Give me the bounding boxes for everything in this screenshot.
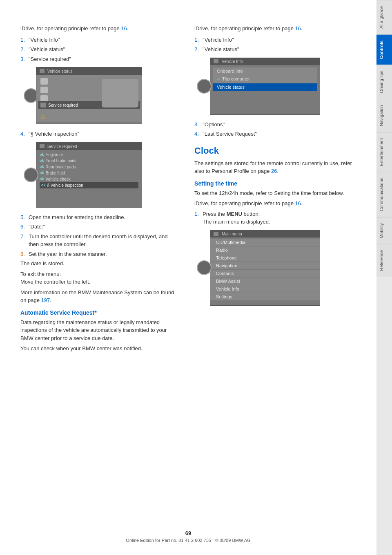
- srv-item-2: ok Rear brake pads: [40, 164, 138, 170]
- sidebar-tab-controls[interactable]: Controls: [376, 34, 392, 65]
- battery-icon: [40, 78, 48, 85]
- engine-icon: [40, 87, 48, 93]
- right-text-2: "Vehicle status": [203, 45, 239, 54]
- footer-text: Online Edition for Part no. 01 41 2 602 …: [126, 538, 250, 543]
- page-number: 69: [0, 530, 376, 536]
- right-intro-ref[interactable]: 16: [295, 25, 301, 31]
- mm-item-5: BMW Assist: [210, 278, 320, 285]
- service-items-list: ok Engine oil ok Front brake pads ok Rea…: [36, 150, 142, 190]
- sidebar-tab-driving-tips[interactable]: Driving tips: [376, 65, 392, 98]
- right-step-text-1: Press the MENU button.The main menu is d…: [203, 210, 270, 226]
- controller-icon-3: [197, 79, 212, 94]
- sidebar-tab-at-a-glance[interactable]: At a glance: [376, 0, 392, 34]
- item-num-8: 8.: [20, 250, 29, 258]
- item-num-3: 3.: [20, 55, 29, 63]
- right-text-3: "Options": [203, 121, 225, 129]
- controller-icon-4: [197, 260, 212, 275]
- right-text-4: "Last Service Request": [203, 130, 257, 138]
- srv-item-0: ok Engine oil: [40, 152, 138, 158]
- left-intro-ref[interactable]: 16: [121, 25, 127, 31]
- vi-screen-header: Vehicle Info: [210, 58, 320, 65]
- mm-item-1: Radio: [210, 246, 320, 254]
- automatic-service-text: Data regarding the maintenance status or…: [20, 318, 178, 342]
- warning-icon: ⚠: [40, 113, 46, 120]
- left-intro: iDrive, for operating principle refer to…: [20, 25, 178, 33]
- item-num-1: 1.: [20, 36, 29, 44]
- setting-time-heading: Setting the time: [194, 180, 360, 187]
- car-image: [102, 79, 138, 107]
- left-item-7: 7. Turn the controller until the desired…: [20, 233, 178, 248]
- sidebar-tab-navigation[interactable]: Navigation: [376, 99, 392, 132]
- setting-time-ref[interactable]: 16: [295, 200, 301, 206]
- mm-item-6: Vehicle Info: [210, 285, 320, 293]
- right-num-2: 2.: [194, 45, 203, 54]
- vs-screen-header: Vehicle status: [36, 67, 142, 75]
- item-text-6: "Date:": [29, 223, 45, 231]
- vi-items-list: Onboard info ✓ Trip computer Vehicle sta…: [210, 65, 320, 94]
- item-text-3: "Service required": [29, 55, 71, 63]
- item-num-2: 2.: [20, 45, 29, 54]
- date-stored-text: The date is stored.: [20, 260, 178, 268]
- item-text-5: Open the menu for entering the deadline.: [29, 213, 125, 222]
- clock-description: The settings are stored for the remote c…: [194, 159, 360, 175]
- vehicle-status-screen: Vehicle status Service required: [29, 67, 178, 124]
- sidebar-tab-mobility[interactable]: Mobility: [376, 217, 392, 244]
- service-icon: [40, 103, 46, 107]
- mm-screen-header: Main menu: [210, 231, 320, 237]
- left-column: iDrive, for operating principle refer to…: [20, 25, 190, 530]
- left-item-4: 4. "§ Vehicle inspection": [20, 130, 178, 138]
- maintenance-ref[interactable]: 197: [41, 297, 50, 303]
- srv-item-5: ok § Vehicle inspection: [40, 182, 138, 188]
- right-text-1: "Vehicle Info": [203, 36, 234, 44]
- item-num-5: 5.: [20, 213, 29, 222]
- service-screen: Service required ok Engine oil ok Front …: [29, 142, 178, 208]
- setting-time-intro: iDrive, for operating principle refer to…: [194, 199, 360, 208]
- item-text-8: Set the year in the same manner.: [29, 250, 107, 258]
- vi-item-0: Onboard info: [213, 67, 317, 75]
- clock-heading: Clock: [194, 145, 360, 156]
- right-num-3: 3.: [194, 121, 203, 129]
- right-item-3: 3. "Options": [194, 121, 360, 129]
- left-item-3: 3. "Service required": [20, 55, 178, 63]
- footer: 69 Online Edition for Part no. 01 41 2 6…: [0, 530, 376, 543]
- item-num-4: 4.: [20, 130, 29, 138]
- mm-item-0: CD/Multimedia: [210, 239, 320, 246]
- sidebar-tab-communications[interactable]: Communications: [376, 172, 392, 217]
- left-item-2: 2. "Vehicle status": [20, 45, 178, 54]
- right-num-1: 1.: [194, 36, 203, 44]
- clock-ref[interactable]: 26: [271, 168, 277, 174]
- right-num-4: 4.: [194, 130, 203, 138]
- exit-menu-label: To exit the menu: Move the controller to…: [20, 270, 178, 286]
- left-item-5: 5. Open the menu for entering the deadli…: [20, 213, 178, 222]
- right-item-2: 2. "Vehicle status": [194, 45, 360, 54]
- left-item-1: 1. "Vehicle Info": [20, 36, 178, 44]
- mm-item-4: Contacts: [210, 270, 320, 277]
- right-step-1: 1. Press the MENU button.The main menu i…: [194, 210, 360, 226]
- item-text-7: Turn the controller until the desired mo…: [29, 233, 178, 248]
- right-column: iDrive, for operating principle refer to…: [190, 25, 360, 530]
- right-item-1: 1. "Vehicle Info": [194, 36, 360, 44]
- sidebar-tab-entertainment[interactable]: Entertainment: [376, 132, 392, 172]
- left-item-6: 6. "Date:": [20, 223, 178, 231]
- mm-item-3: Navigation: [210, 262, 320, 269]
- right-intro: iDrive, for operating principle refer to…: [194, 25, 360, 33]
- automatic-service-text2: You can check when your BMW center was n…: [20, 345, 178, 353]
- automatic-service-heading: Automatic Service Request*: [20, 309, 178, 316]
- setting-time-text: To set the 12h/24h mode, refer to Settin…: [194, 189, 360, 197]
- item-text-2: "Vehicle status": [29, 45, 65, 54]
- controller-icon-2: [24, 168, 38, 182]
- main-menu-screen: Main menu CD/Multimedia Radio Telephone …: [203, 230, 360, 306]
- mm-item-7: Settings: [210, 293, 320, 300]
- srv-screen-header: Service required: [36, 143, 142, 150]
- right-item-4: 4. "Last Service Request": [194, 130, 360, 138]
- mm-items-list: CD/Multimedia Radio Telephone Navigation…: [210, 237, 320, 302]
- bmw-maintenance-text: More information on the BMW Maintenance …: [20, 289, 178, 304]
- item-text-4: "§ Vehicle inspection": [29, 130, 79, 138]
- srv-item-1: ok Front brake pads: [40, 158, 138, 164]
- item-num-7: 7.: [20, 233, 29, 248]
- item-text-1: "Vehicle Info": [29, 36, 60, 44]
- sidebar: At a glance Controls Driving tips Naviga…: [376, 0, 392, 555]
- vehicle-info-screen: Vehicle Info Onboard info ✓ Trip compute…: [203, 58, 360, 115]
- vi-item-1: ✓ Trip computer: [213, 75, 317, 83]
- sidebar-tab-reference[interactable]: Reference: [376, 244, 392, 277]
